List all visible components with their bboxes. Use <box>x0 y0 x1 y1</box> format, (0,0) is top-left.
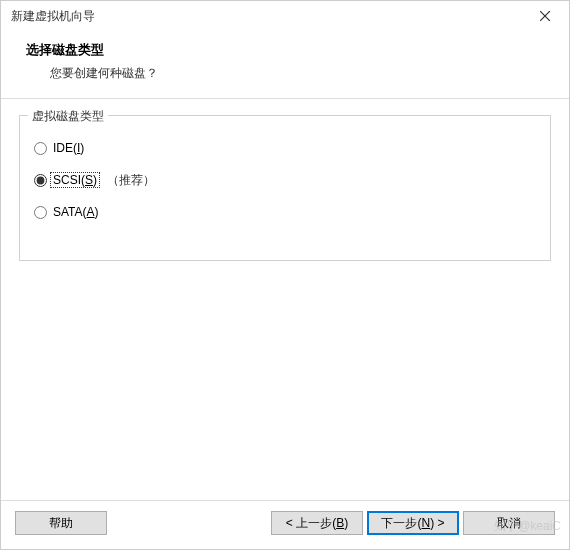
disk-type-groupbox: 虚拟磁盘类型 IDE(I) SCSI(S) （推荐） SATA(A) <box>19 115 551 261</box>
radio-option-scsi: SCSI(S) （推荐） <box>34 170 536 190</box>
radio-ide-label[interactable]: IDE(I) <box>51 141 86 155</box>
radio-ide[interactable] <box>34 142 47 155</box>
nav-button-group: < 上一步(B) 下一步(N) > 取消 <box>271 511 555 535</box>
cancel-button[interactable]: 取消 <box>463 511 555 535</box>
page-subtitle: 您要创建何种磁盘？ <box>50 65 559 82</box>
next-button[interactable]: 下一步(N) > <box>367 511 459 535</box>
radio-option-ide: IDE(I) <box>34 138 536 158</box>
radio-sata[interactable] <box>34 206 47 219</box>
radio-scsi[interactable] <box>34 174 47 187</box>
recommend-label: （推荐） <box>107 172 155 189</box>
title-bar: 新建虚拟机向导 <box>1 1 569 31</box>
close-icon <box>540 11 550 21</box>
page-title: 选择磁盘类型 <box>26 41 559 59</box>
window-title: 新建虚拟机向导 <box>11 8 95 25</box>
wizard-dialog: 新建虚拟机向导 选择磁盘类型 您要创建何种磁盘？ 虚拟磁盘类型 IDE(I) S… <box>0 0 570 550</box>
close-button[interactable] <box>529 3 561 29</box>
groupbox-legend: 虚拟磁盘类型 <box>28 108 108 125</box>
content-area: 虚拟磁盘类型 IDE(I) SCSI(S) （推荐） SATA(A) <box>1 99 569 500</box>
footer: 帮助 < 上一步(B) 下一步(N) > 取消 <box>1 500 569 549</box>
radio-option-sata: SATA(A) <box>34 202 536 222</box>
help-button[interactable]: 帮助 <box>15 511 107 535</box>
radio-sata-label[interactable]: SATA(A) <box>51 205 101 219</box>
back-button[interactable]: < 上一步(B) <box>271 511 363 535</box>
radio-scsi-label[interactable]: SCSI(S) <box>51 173 99 187</box>
wizard-header: 选择磁盘类型 您要创建何种磁盘？ <box>1 31 569 98</box>
